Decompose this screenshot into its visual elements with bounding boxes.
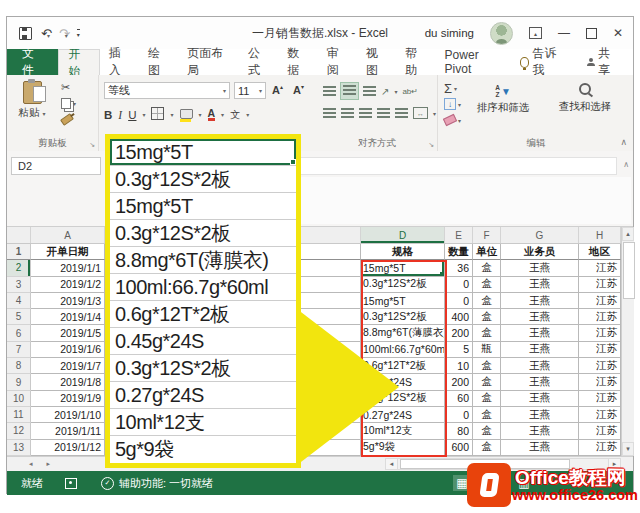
column-header-d[interactable]: D	[361, 227, 445, 243]
customize-qat-icon[interactable]: ▾	[77, 29, 80, 38]
tab-告诉我[interactable]: 告诉我	[511, 49, 573, 75]
tab-审阅[interactable]: 审阅	[318, 49, 357, 75]
cell-rep[interactable]: 王燕	[501, 391, 579, 407]
cell-region[interactable]: 江苏	[579, 277, 621, 293]
cell-rep[interactable]: 王燕	[501, 342, 579, 358]
font-size-combo[interactable]: 11▾	[234, 82, 266, 99]
cell-spec[interactable]: 5g*9袋	[361, 440, 445, 456]
cell-spec[interactable]: 100ml:66.7g*60ml	[361, 342, 445, 358]
column-header-h[interactable]: H	[579, 227, 621, 243]
cell-qty[interactable]: 0	[445, 277, 473, 293]
column-header-e[interactable]: E	[445, 227, 473, 243]
dialog-launcher-icon[interactable]: ↘	[89, 141, 95, 149]
row-number[interactable]: 11	[7, 407, 31, 423]
row-number[interactable]: 3	[7, 277, 31, 293]
cell-unit[interactable]: 瓶	[473, 342, 501, 358]
cell-qty[interactable]: 0	[445, 293, 473, 309]
cell-date[interactable]: 2019/1/9	[31, 391, 105, 407]
name-box[interactable]: D2	[11, 157, 101, 175]
cell-region[interactable]: 江苏	[579, 391, 621, 407]
align-center-icon[interactable]	[341, 108, 354, 118]
decrease-indent-icon[interactable]	[377, 108, 390, 118]
row-number[interactable]: 9	[7, 374, 31, 390]
bold-button[interactable]: B	[104, 109, 112, 121]
minimize-button[interactable]: —	[558, 27, 570, 39]
wrap-text-icon[interactable]: ab↵	[402, 87, 418, 96]
cell-region[interactable]: 江苏	[579, 325, 621, 341]
cell-rep[interactable]: 王燕	[501, 309, 579, 325]
format-painter-button[interactable]	[61, 113, 76, 126]
cell-date[interactable]: 2019/1/2	[31, 277, 105, 293]
cell-spec[interactable]: 0.3g*12S*2板	[361, 277, 445, 293]
cell-rep[interactable]: 王燕	[501, 358, 579, 374]
font-name-combo[interactable]: 等线▾	[104, 82, 230, 99]
cell-region[interactable]: 江苏	[579, 423, 621, 439]
prev-sheet-icon[interactable]: ◂	[29, 460, 33, 468]
cell-rep[interactable]: 王燕	[501, 277, 579, 293]
cell-date[interactable]: 2019/1/1	[31, 260, 105, 276]
cell-spec[interactable]: 8.8mg*6T(薄膜衣)	[361, 325, 445, 341]
cell-spec[interactable]: 10ml*12支	[361, 423, 445, 439]
header-rep[interactable]: 业务员	[501, 244, 579, 260]
cell-rep[interactable]: 王燕	[501, 293, 579, 309]
cell-unit[interactable]: 盒	[473, 358, 501, 374]
cell-spec[interactable]: 15mg*5T	[361, 260, 445, 276]
macro-record-icon[interactable]	[65, 478, 77, 489]
cell-unit[interactable]: 盒	[473, 423, 501, 439]
align-left-icon[interactable]	[323, 108, 336, 118]
tab-文件[interactable]: 文件	[7, 49, 58, 75]
cell-rep[interactable]: 王燕	[501, 423, 579, 439]
cell-date[interactable]: 2019/1/3	[31, 293, 105, 309]
cell-qty[interactable]: 0	[445, 407, 473, 423]
cell-rep[interactable]: 王燕	[501, 325, 579, 341]
cell-unit[interactable]: 盒	[473, 293, 501, 309]
cell-spec[interactable]: 0.27g*24S	[361, 407, 445, 423]
cell-region[interactable]: 江苏	[579, 407, 621, 423]
cell-spec[interactable]: 15mg*5T	[361, 293, 445, 309]
clear-button[interactable]: ▾	[444, 113, 461, 127]
tab-绘图[interactable]: 绘图	[139, 49, 178, 75]
undo-button[interactable]: ↶▾	[41, 24, 50, 42]
row-number[interactable]: 13	[7, 440, 31, 456]
cell-unit[interactable]: 盒	[473, 391, 501, 407]
cell-rep[interactable]: 王燕	[501, 440, 579, 456]
autosum-button[interactable]: Σ▾	[444, 81, 461, 95]
row-number[interactable]: 2	[7, 260, 31, 276]
expand-formula-bar-icon[interactable]: ∧	[623, 160, 629, 169]
row-number[interactable]: 4	[7, 293, 31, 309]
tab-页面布局[interactable]: 页面布局	[178, 49, 239, 75]
select-all-corner[interactable]	[7, 227, 31, 243]
cell-date[interactable]: 2019/1/10	[31, 407, 105, 423]
header-qty[interactable]: 数量	[445, 244, 473, 260]
row-number[interactable]: 12	[7, 423, 31, 439]
cell-unit[interactable]: 盒	[473, 260, 501, 276]
vertical-scrollbar[interactable]: ▴ ▾	[621, 227, 634, 456]
cell-date[interactable]: 2019/1/12	[31, 440, 105, 456]
cell-qty[interactable]: 36	[445, 260, 473, 276]
shrink-font-button[interactable]: A▾	[293, 83, 304, 96]
cell-qty[interactable]: 600	[445, 440, 473, 456]
underline-button[interactable]: U	[128, 109, 136, 121]
fill-color-button[interactable]	[180, 109, 193, 121]
align-middle-icon[interactable]	[341, 83, 358, 99]
align-top-icon[interactable]	[323, 86, 336, 96]
tab-插入[interactable]: 插入	[100, 49, 139, 75]
cell-region[interactable]: 江苏	[579, 374, 621, 390]
cell-date[interactable]: 2019/1/4	[31, 309, 105, 325]
cell-rep[interactable]: 王燕	[501, 407, 579, 423]
tab-开始[interactable]: 开始	[58, 49, 99, 75]
cut-button[interactable]: ✂	[61, 81, 76, 94]
cell-region[interactable]: 江苏	[579, 260, 621, 276]
copy-button[interactable]: ▾	[61, 97, 76, 110]
header-spec[interactable]: 规格	[361, 244, 445, 260]
scrollbar-thumb[interactable]	[623, 242, 635, 299]
header-date[interactable]: 开单日期	[31, 244, 105, 260]
cell-region[interactable]: 江苏	[579, 342, 621, 358]
row-number[interactable]: 5	[7, 309, 31, 325]
italic-button[interactable]: I	[118, 109, 122, 121]
row-number[interactable]: 10	[7, 391, 31, 407]
row-number[interactable]: 1	[7, 244, 31, 260]
grow-font-button[interactable]: A▴	[272, 83, 283, 96]
row-number[interactable]: 6	[7, 325, 31, 341]
font-color-button[interactable]: A	[208, 108, 216, 122]
